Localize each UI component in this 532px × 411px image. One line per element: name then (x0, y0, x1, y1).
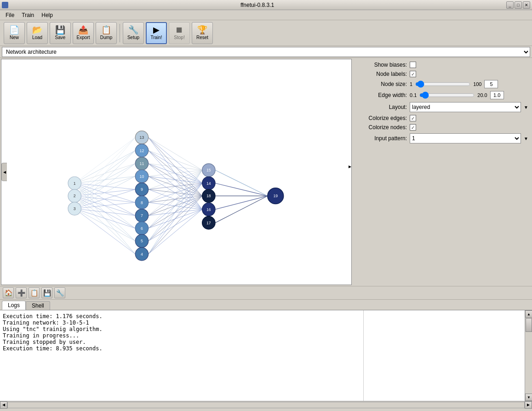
new-button[interactable]: 📄 New (4, 22, 25, 44)
node-labels-label: Node labels: (356, 71, 407, 77)
menubar: File Train Help (0, 10, 532, 20)
svg-text:5: 5 (141, 239, 143, 243)
svg-text:15: 15 (206, 168, 211, 172)
home-icon: 🏠 (5, 289, 12, 297)
stop-button[interactable]: ⏹ Stop! (169, 22, 190, 44)
load-button[interactable]: 📂 Load (27, 22, 48, 44)
setup-icon: 🔧 (128, 26, 138, 34)
colorize-nodes-label: Colorize nodes: (356, 124, 407, 131)
minimize-button[interactable]: _ (506, 1, 514, 9)
train-icon: ▶ (153, 26, 160, 34)
edge-width-min: 0.1 (410, 92, 417, 98)
right-panel: Show biases: Node labels: Node size: 1 1… (353, 58, 532, 286)
add-icon: ➕ (17, 289, 25, 297)
svg-line-72 (215, 196, 268, 209)
svg-text:4: 4 (141, 252, 143, 257)
edge-width-slider[interactable] (419, 92, 475, 98)
tools-icon: 🔧 (56, 289, 64, 297)
dump-label: Dump (100, 35, 113, 40)
add-button[interactable]: ➕ (16, 287, 27, 298)
edge-width-row: Edge width: 0.1 20.0 (356, 91, 528, 99)
tools-button[interactable]: 🔧 (54, 287, 65, 298)
log-right-pane (364, 310, 525, 401)
menu-train[interactable]: Train (18, 11, 38, 19)
svg-line-68 (149, 137, 202, 209)
reset-button[interactable]: 🏆 Reset (192, 22, 213, 44)
layer2-nodes: 15 14 18 16 17 (202, 164, 215, 229)
edges-layer1-layer2 (149, 137, 202, 254)
edge-width-value[interactable] (490, 91, 504, 99)
h-scrollbar-right-button[interactable]: ▶ (525, 401, 532, 409)
svg-line-52 (149, 189, 202, 209)
save-icon: 💾 (55, 26, 65, 34)
node-size-max: 100 (473, 81, 481, 87)
titlebar-controls: _ □ ✕ (506, 1, 530, 9)
svg-line-29 (74, 137, 135, 209)
scrollbar-down-button[interactable]: ▼ (525, 394, 532, 401)
scrollbar-up-button[interactable]: ▲ (525, 310, 532, 318)
node-labels-row: Node labels: (356, 71, 528, 77)
save-bottom-button[interactable]: 💾 (41, 287, 52, 298)
save-bottom-icon: 💾 (43, 289, 51, 297)
svg-text:8: 8 (141, 200, 143, 205)
show-biases-checkbox[interactable] (410, 62, 416, 68)
node-size-value[interactable] (484, 80, 498, 88)
log-scrollbar[interactable]: ▲ ▼ (525, 310, 532, 401)
main-area: 13 12 11 10 9 8 7 6 5 4 (0, 58, 532, 286)
svg-text:9: 9 (141, 187, 143, 192)
layout-select[interactable]: layered spring circular (410, 102, 521, 112)
view-dropdown-row: Network architecture Training Error (0, 46, 532, 58)
load-icon: 📂 (32, 26, 42, 34)
collapse-panel-button[interactable]: ◀ (1, 163, 7, 181)
h-scrollbar-left-button[interactable]: ◀ (0, 401, 7, 409)
stop-label: Stop! (174, 35, 184, 40)
list-icon: 📋 (30, 289, 38, 297)
h-scrollbar-track (7, 402, 525, 408)
svg-text:7: 7 (141, 213, 143, 218)
view-dropdown[interactable]: Network architecture Training Error (2, 47, 530, 57)
edge-width-max: 20.0 (477, 92, 487, 98)
scrollbar-track (525, 318, 532, 394)
input-pattern-select[interactable]: 1 2 3 (410, 133, 521, 143)
bottom-scrollbar: ◀ ▶ (0, 401, 532, 408)
log-area: Execution time: 1.176 seconds. Training … (0, 310, 532, 401)
node-labels-checkbox[interactable] (410, 71, 416, 77)
new-icon: 📄 (9, 26, 19, 34)
scrollbar-thumb[interactable] (526, 318, 532, 332)
svg-line-26 (74, 176, 135, 208)
colorize-nodes-row: Colorize nodes: (356, 124, 528, 131)
colorize-edges-checkbox[interactable] (410, 115, 416, 121)
svg-text:18: 18 (206, 194, 211, 198)
svg-text:12: 12 (140, 148, 144, 153)
export-label: Export (77, 35, 90, 40)
setup-button[interactable]: 🔧 Setup (123, 22, 144, 44)
menu-help[interactable]: Help (38, 11, 57, 19)
node-size-min: 1 (410, 81, 412, 87)
colorize-nodes-checkbox[interactable] (410, 124, 416, 131)
colorize-edges-row: Colorize edges: (356, 115, 528, 121)
edges-layer0-layer1 (74, 137, 135, 254)
titlebar-title: ffnetui-0.8.3.1 (8, 2, 506, 8)
node-size-row: Node size: 1 100 (356, 80, 528, 88)
app-icon (2, 2, 8, 8)
save-button[interactable]: 💾 Save (50, 22, 71, 44)
tab-logs[interactable]: Logs (2, 301, 26, 310)
menu-file[interactable]: File (2, 11, 18, 19)
svg-text:16: 16 (206, 207, 211, 212)
list-button[interactable]: 📋 (29, 287, 40, 298)
export-icon: 📤 (78, 26, 88, 34)
show-biases-row: Show biases: (356, 62, 528, 68)
close-button[interactable]: ✕ (523, 1, 530, 9)
dump-button[interactable]: 📋 Dump (96, 22, 117, 44)
expand-arrow[interactable]: ▶ (349, 163, 351, 169)
svg-text:11: 11 (140, 161, 144, 166)
svg-line-74 (215, 196, 268, 223)
maximize-button[interactable]: □ (515, 1, 522, 9)
train-button[interactable]: ▶ Train! (146, 22, 167, 44)
node-size-slider[interactable] (415, 81, 470, 87)
tab-shell[interactable]: Shell (26, 301, 50, 310)
toolbar: 📄 New 📂 Load 💾 Save 📤 Export 📋 Dump 🔧 Se… (0, 20, 532, 46)
edges-layer2-layer3 (215, 170, 268, 223)
home-button[interactable]: 🏠 (3, 287, 14, 298)
export-button[interactable]: 📤 Export (73, 22, 94, 44)
